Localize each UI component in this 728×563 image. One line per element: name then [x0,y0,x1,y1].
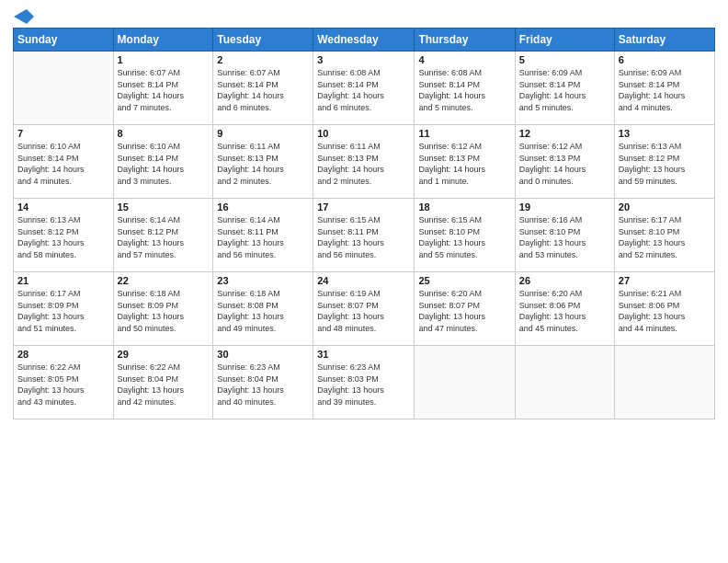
day-info: Sunrise: 6:07 AM Sunset: 8:14 PM Dayligh… [118,67,210,113]
day-number: 3 [317,54,410,65]
day-info: Sunrise: 6:13 AM Sunset: 8:12 PM Dayligh… [17,214,109,260]
calendar-cell: 27Sunrise: 6:21 AM Sunset: 8:06 PM Dayli… [614,272,714,346]
calendar-week-row: 14Sunrise: 6:13 AM Sunset: 8:12 PM Dayli… [14,199,715,272]
day-number: 29 [118,349,210,360]
calendar-week-row: 1Sunrise: 6:07 AM Sunset: 8:14 PM Daylig… [14,52,715,125]
calendar-cell [14,52,114,125]
day-number: 24 [317,275,410,286]
logo-bird-icon [14,9,34,24]
calendar-week-row: 7Sunrise: 6:10 AM Sunset: 8:14 PM Daylig… [14,125,715,199]
day-info: Sunrise: 6:08 AM Sunset: 8:14 PM Dayligh… [418,67,510,113]
day-number: 26 [519,275,610,286]
calendar-week-row: 28Sunrise: 6:22 AM Sunset: 8:05 PM Dayli… [14,346,715,419]
calendar-cell: 25Sunrise: 6:20 AM Sunset: 8:07 PM Dayli… [415,272,515,346]
day-info: Sunrise: 6:07 AM Sunset: 8:14 PM Dayligh… [217,67,309,113]
calendar-cell: 16Sunrise: 6:14 AM Sunset: 8:11 PM Dayli… [213,199,313,272]
day-info: Sunrise: 6:11 AM Sunset: 8:13 PM Dayligh… [217,141,309,187]
day-number: 23 [217,275,309,286]
calendar-cell: 20Sunrise: 6:17 AM Sunset: 8:10 PM Dayli… [614,199,714,272]
day-info: Sunrise: 6:22 AM Sunset: 8:05 PM Dayligh… [17,362,109,408]
day-number: 18 [418,201,510,213]
day-info: Sunrise: 6:17 AM Sunset: 8:09 PM Dayligh… [17,288,109,334]
calendar-cell: 13Sunrise: 6:13 AM Sunset: 8:12 PM Dayli… [614,125,714,199]
calendar-cell: 5Sunrise: 6:09 AM Sunset: 8:14 PM Daylig… [515,52,614,125]
day-number: 27 [619,275,711,286]
day-info: Sunrise: 6:22 AM Sunset: 8:04 PM Dayligh… [118,362,210,408]
day-info: Sunrise: 6:13 AM Sunset: 8:12 PM Dayligh… [619,141,711,187]
calendar-cell: 23Sunrise: 6:18 AM Sunset: 8:08 PM Dayli… [213,272,313,346]
calendar-cell [614,346,714,419]
calendar-cell: 24Sunrise: 6:19 AM Sunset: 8:07 PM Dayli… [313,272,415,346]
svg-marker-0 [14,9,34,24]
day-info: Sunrise: 6:16 AM Sunset: 8:10 PM Dayligh… [519,214,610,260]
day-number: 22 [118,275,210,286]
day-number: 13 [619,128,711,139]
day-number: 10 [317,128,410,139]
calendar-cell: 15Sunrise: 6:14 AM Sunset: 8:12 PM Dayli… [113,199,213,272]
day-info: Sunrise: 6:08 AM Sunset: 8:14 PM Dayligh… [317,67,410,113]
day-number: 30 [217,349,309,360]
day-info: Sunrise: 6:20 AM Sunset: 8:07 PM Dayligh… [418,288,510,334]
calendar-cell: 4Sunrise: 6:08 AM Sunset: 8:14 PM Daylig… [415,52,515,125]
day-number: 31 [317,349,410,360]
day-info: Sunrise: 6:12 AM Sunset: 8:13 PM Dayligh… [418,141,510,187]
calendar-cell: 31Sunrise: 6:23 AM Sunset: 8:03 PM Dayli… [313,346,415,419]
weekday-header-sunday: Sunday [14,29,114,52]
calendar-cell: 30Sunrise: 6:23 AM Sunset: 8:04 PM Dayli… [213,346,313,419]
day-info: Sunrise: 6:14 AM Sunset: 8:11 PM Dayligh… [217,214,309,260]
day-number: 4 [418,54,510,65]
calendar-cell: 3Sunrise: 6:08 AM Sunset: 8:14 PM Daylig… [313,52,415,125]
day-number: 7 [17,128,109,139]
day-number: 2 [217,54,309,65]
day-info: Sunrise: 6:21 AM Sunset: 8:06 PM Dayligh… [619,288,711,334]
day-number: 11 [418,128,510,139]
calendar-cell: 28Sunrise: 6:22 AM Sunset: 8:05 PM Dayli… [14,346,114,419]
calendar-cell: 29Sunrise: 6:22 AM Sunset: 8:04 PM Dayli… [113,346,213,419]
calendar-cell: 9Sunrise: 6:11 AM Sunset: 8:13 PM Daylig… [213,125,313,199]
day-number: 8 [118,128,210,139]
day-number: 6 [619,54,711,65]
calendar-cell: 7Sunrise: 6:10 AM Sunset: 8:14 PM Daylig… [14,125,114,199]
calendar-cell: 11Sunrise: 6:12 AM Sunset: 8:13 PM Dayli… [415,125,515,199]
day-number: 17 [317,201,410,213]
calendar-cell: 6Sunrise: 6:09 AM Sunset: 8:14 PM Daylig… [614,52,714,125]
day-number: 20 [619,201,711,213]
day-info: Sunrise: 6:23 AM Sunset: 8:04 PM Dayligh… [217,362,309,408]
calendar-cell: 1Sunrise: 6:07 AM Sunset: 8:14 PM Daylig… [113,52,213,125]
day-info: Sunrise: 6:23 AM Sunset: 8:03 PM Dayligh… [317,362,410,408]
calendar-cell [415,346,515,419]
calendar-cell: 17Sunrise: 6:15 AM Sunset: 8:11 PM Dayli… [313,199,415,272]
day-number: 28 [17,349,109,360]
weekday-header-friday: Friday [515,29,614,52]
calendar-cell: 8Sunrise: 6:10 AM Sunset: 8:14 PM Daylig… [113,125,213,199]
day-info: Sunrise: 6:19 AM Sunset: 8:07 PM Dayligh… [317,288,410,334]
day-number: 19 [519,201,610,213]
page-container: SundayMondayTuesdayWednesdayThursdayFrid… [0,0,728,563]
day-info: Sunrise: 6:18 AM Sunset: 8:08 PM Dayligh… [217,288,309,334]
calendar-cell: 12Sunrise: 6:12 AM Sunset: 8:13 PM Dayli… [515,125,614,199]
day-info: Sunrise: 6:17 AM Sunset: 8:10 PM Dayligh… [619,214,711,260]
calendar-cell: 10Sunrise: 6:11 AM Sunset: 8:13 PM Dayli… [313,125,415,199]
day-info: Sunrise: 6:10 AM Sunset: 8:14 PM Dayligh… [17,141,109,187]
day-info: Sunrise: 6:15 AM Sunset: 8:10 PM Dayligh… [418,214,510,260]
calendar-cell [515,346,614,419]
calendar-cell: 22Sunrise: 6:18 AM Sunset: 8:09 PM Dayli… [113,272,213,346]
day-number: 14 [17,201,109,213]
calendar-cell: 2Sunrise: 6:07 AM Sunset: 8:14 PM Daylig… [213,52,313,125]
day-info: Sunrise: 6:10 AM Sunset: 8:14 PM Dayligh… [118,141,210,187]
header [13,9,715,22]
calendar-cell: 21Sunrise: 6:17 AM Sunset: 8:09 PM Dayli… [14,272,114,346]
day-number: 25 [418,275,510,286]
day-number: 12 [519,128,610,139]
day-number: 15 [118,201,210,213]
weekday-header-monday: Monday [113,29,213,52]
calendar-cell: 19Sunrise: 6:16 AM Sunset: 8:10 PM Dayli… [515,199,614,272]
day-number: 5 [519,54,610,65]
calendar-table: SundayMondayTuesdayWednesdayThursdayFrid… [13,28,715,419]
logo [13,9,34,22]
day-number: 16 [217,201,309,213]
day-info: Sunrise: 6:11 AM Sunset: 8:13 PM Dayligh… [317,141,410,187]
day-info: Sunrise: 6:09 AM Sunset: 8:14 PM Dayligh… [619,67,711,113]
weekday-header-thursday: Thursday [415,29,515,52]
day-number: 9 [217,128,309,139]
